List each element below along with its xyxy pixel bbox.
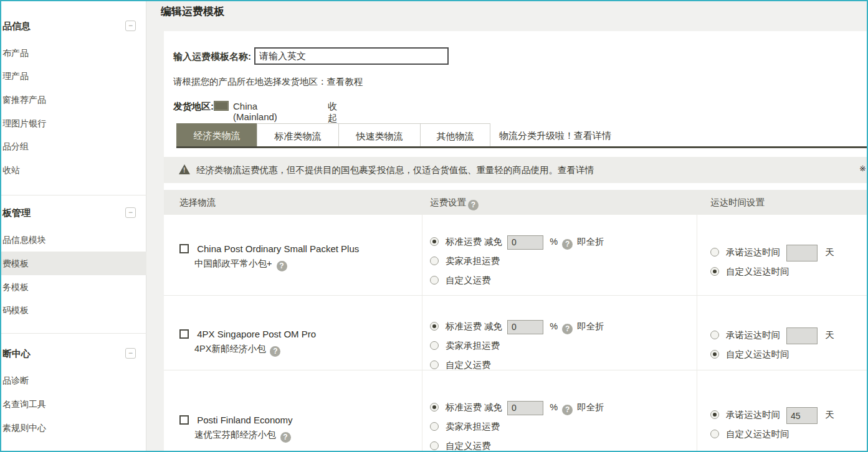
help-icon[interactable]: ? bbox=[468, 200, 479, 210]
discount-input[interactable] bbox=[507, 401, 543, 415]
standard-freight-radio[interactable] bbox=[430, 322, 439, 331]
sidebar-item-size-template[interactable]: 码模板 bbox=[2, 304, 29, 316]
delivery-time-cell: 承诺运达时间 天 自定义运达时间 bbox=[710, 327, 834, 366]
region-hint-text: 请根据您的产品所在地选择发货地区： bbox=[173, 77, 327, 87]
sidebar-item-recycle-bin[interactable]: 收站 bbox=[2, 164, 20, 176]
help-icon[interactable]: ? bbox=[562, 239, 573, 250]
freight-settings-cell: 标准运费 减免 % ? 即全折 卖家承担运费 自定义运费 bbox=[430, 319, 604, 377]
standard-freight-radio[interactable] bbox=[430, 237, 439, 246]
seller-freight-label: 卖家承担运费 bbox=[446, 421, 500, 431]
tab-economy-logistics[interactable]: 经济类物流 bbox=[176, 123, 257, 148]
promised-time-radio[interactable] bbox=[710, 331, 719, 339]
sidebar-item-name-query-tool[interactable]: 名查询工具 bbox=[2, 398, 46, 410]
sidebar-divider bbox=[1, 195, 146, 195]
col-header-select-logistics: 选择物流 bbox=[179, 190, 216, 215]
delivery-time-cell: 承诺运达时间 天 自定义运达时间 bbox=[710, 245, 834, 283]
logistics-name-en: 4PX Singapore Post OM Pro bbox=[197, 329, 316, 339]
ship-region-row: 发货地区: China (Mainland) 收起设置 bbox=[173, 101, 214, 112]
full-discount-label: 即全折 bbox=[577, 402, 604, 412]
help-icon[interactable]: ? bbox=[277, 261, 287, 271]
full-discount-label: 即全折 bbox=[577, 321, 604, 331]
collapse-icon[interactable]: − bbox=[125, 207, 136, 218]
custom-time-radio[interactable] bbox=[710, 350, 719, 359]
sidebar-item-product-group[interactable]: 品分组 bbox=[2, 140, 29, 153]
custom-time-label: 自定义运达时间 bbox=[726, 266, 789, 276]
percent-label: % bbox=[550, 237, 558, 247]
tab-other-logistics[interactable]: 其他物流 bbox=[420, 123, 490, 148]
seller-freight-label: 卖家承担运费 bbox=[446, 256, 500, 266]
promised-days-input[interactable] bbox=[786, 407, 818, 424]
freight-template-editor: 品信息 − 布产品 理产品 窗推荐产品 理图片银行 品分组 收站 板管理 − 品… bbox=[0, 0, 868, 452]
standard-freight-radio[interactable] bbox=[430, 403, 439, 412]
custom-time-radio[interactable] bbox=[710, 430, 719, 438]
custom-time-label: 自定义运达时间 bbox=[726, 429, 789, 439]
promised-time-radio[interactable] bbox=[710, 248, 719, 257]
col-header-delivery-time: 运达时间设置 bbox=[710, 190, 765, 215]
seller-freight-radio[interactable] bbox=[430, 422, 439, 431]
promised-time-radio[interactable] bbox=[710, 410, 719, 419]
help-icon[interactable]: ? bbox=[562, 405, 573, 415]
standard-freight-label: 标准运费 减免 bbox=[446, 237, 502, 247]
sidebar-section-template-mgmt: 板管理 bbox=[2, 207, 31, 219]
logistics-upgrade-notice-link[interactable]: 物流分类升级啦！查看详情 bbox=[499, 123, 611, 148]
percent-label: % bbox=[550, 402, 558, 412]
discount-input[interactable] bbox=[507, 320, 543, 334]
day-unit-label: 天 bbox=[825, 330, 834, 340]
custom-freight-label: 自定义运费 bbox=[446, 360, 491, 370]
logistics-checkbox[interactable] bbox=[179, 329, 189, 339]
day-unit-label: 天 bbox=[825, 410, 834, 420]
logistics-name-en: Posti Finland Economy bbox=[197, 415, 292, 425]
page-title: 编辑运费模板 bbox=[161, 4, 224, 19]
logistics-row: China Post Ordinary Small Packet Plus 中国… bbox=[164, 215, 867, 295]
delivery-time-cell: 承诺运达时间 天 自定义运达时间 bbox=[710, 407, 834, 446]
custom-freight-radio[interactable] bbox=[430, 441, 439, 450]
sidebar-item-service-template[interactable]: 务模板 bbox=[2, 281, 29, 293]
standard-freight-label: 标准运费 减免 bbox=[446, 321, 502, 331]
sidebar-section-product-info: 品信息 bbox=[2, 20, 31, 32]
logistics-row: Posti Finland Economy 速优宝芬邮经济小包 ? 标准运费 减… bbox=[164, 370, 867, 451]
warning-detail-link[interactable]: 查看详情 bbox=[558, 165, 594, 175]
tab-express-logistics[interactable]: 快速类物流 bbox=[338, 123, 421, 148]
custom-freight-radio[interactable] bbox=[430, 360, 439, 369]
tab-underline bbox=[176, 146, 867, 148]
sidebar-item-product-info-module[interactable]: 品信息模块 bbox=[2, 233, 46, 246]
china-flag-icon bbox=[214, 101, 229, 111]
promised-days-input[interactable] bbox=[786, 327, 818, 344]
promised-days-input[interactable] bbox=[786, 245, 818, 261]
sidebar-item-product-diagnosis[interactable]: 品诊断 bbox=[2, 374, 29, 387]
template-name-input[interactable] bbox=[254, 47, 449, 65]
logistics-select-cell: China Post Ordinary Small Packet Plus 中国… bbox=[179, 243, 359, 271]
logistics-checkbox[interactable] bbox=[179, 244, 189, 253]
tab-standard-logistics[interactable]: 标准类物流 bbox=[257, 123, 339, 148]
custom-freight-radio[interactable] bbox=[430, 276, 439, 285]
sidebar-item-manage-product[interactable]: 理产品 bbox=[2, 70, 29, 82]
custom-time-label: 自定义运达时间 bbox=[726, 349, 789, 359]
logistics-rows: China Post Ordinary Small Packet Plus 中国… bbox=[164, 215, 867, 451]
sidebar: 品信息 − 布产品 理产品 窗推荐产品 理图片银行 品分组 收站 板管理 − 品… bbox=[1, 1, 146, 451]
help-icon[interactable]: ? bbox=[562, 324, 573, 334]
sidebar-item-window-recommend[interactable]: 窗推荐产品 bbox=[2, 93, 46, 106]
help-icon[interactable]: ? bbox=[270, 346, 280, 357]
view-tutorial-link[interactable]: 查看教程 bbox=[327, 77, 363, 87]
seller-freight-radio[interactable] bbox=[430, 257, 439, 265]
sidebar-item-publish-product[interactable]: 布产品 bbox=[2, 47, 29, 59]
sidebar-item-rule-center[interactable]: 素规则中心 bbox=[2, 421, 46, 434]
seller-freight-radio[interactable] bbox=[430, 341, 439, 350]
sidebar-item-freight-template[interactable]: 费模板 bbox=[2, 257, 29, 270]
discount-input[interactable] bbox=[507, 235, 543, 250]
help-icon[interactable]: ? bbox=[280, 432, 291, 443]
sidebar-item-image-bank[interactable]: 理图片银行 bbox=[2, 117, 46, 129]
region-hint: 请根据您的产品所在地选择发货地区：查看教程 bbox=[173, 76, 363, 88]
logistics-checkbox[interactable] bbox=[179, 415, 189, 425]
day-unit-label: 天 bbox=[825, 247, 834, 257]
ship-region-label: 发货地区: bbox=[173, 101, 214, 111]
percent-label: % bbox=[550, 321, 558, 331]
custom-time-radio[interactable] bbox=[710, 267, 719, 276]
promised-time-label: 承诺运达时间 bbox=[726, 330, 780, 340]
col-header-freight-settings: 运费设置? bbox=[430, 190, 480, 215]
collapse-icon[interactable]: − bbox=[125, 348, 136, 359]
promised-time-label: 承诺运达时间 bbox=[726, 410, 780, 420]
custom-freight-label: 自定义运费 bbox=[446, 275, 491, 285]
collapse-icon[interactable]: − bbox=[125, 21, 136, 31]
ship-region-value: China (Mainland) bbox=[233, 101, 277, 122]
